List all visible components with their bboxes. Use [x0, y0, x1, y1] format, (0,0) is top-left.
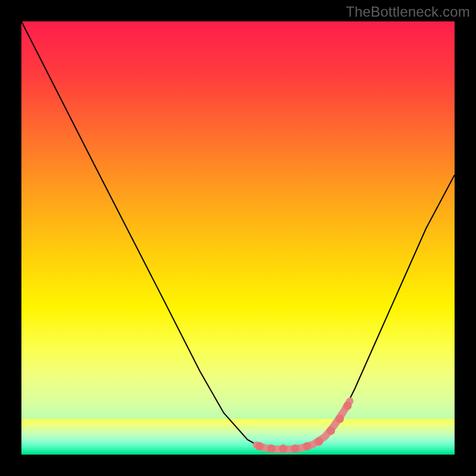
marker-dot: [291, 444, 299, 453]
marker-dot: [255, 442, 264, 450]
plot-area: [21, 21, 455, 455]
marker-dot: [327, 427, 335, 435]
watermark-text: TheBottleneck.com: [346, 4, 470, 20]
marker-dot: [336, 415, 344, 423]
marker-dot: [315, 437, 323, 446]
chart-frame: TheBottleneck.com: [0, 0, 476, 476]
marker-dot: [267, 444, 275, 453]
bottleneck-curve: [21, 21, 455, 449]
chart-svg: [21, 21, 455, 455]
marker-dot: [279, 444, 287, 453]
highlight-band: [256, 401, 350, 449]
marker-dot: [343, 402, 352, 410]
marker-dot: [303, 442, 311, 450]
